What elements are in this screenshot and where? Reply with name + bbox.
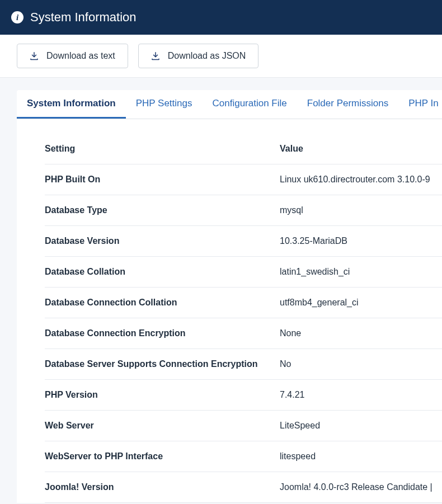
col-header-setting: Setting bbox=[45, 136, 280, 164]
setting-name: Database Server Supports Connection Encr… bbox=[45, 349, 280, 380]
setting-name: Database Connection Encryption bbox=[45, 318, 280, 349]
setting-value: mysql bbox=[280, 195, 442, 226]
setting-name: Joomla! Version bbox=[45, 472, 280, 503]
setting-name: PHP Built On bbox=[45, 164, 280, 195]
table-row: Database Server Supports Connection Encr… bbox=[45, 349, 442, 380]
tabs: System InformationPHP SettingsConfigurat… bbox=[17, 90, 442, 119]
page-title: System Information bbox=[30, 10, 137, 25]
download-icon bbox=[151, 51, 160, 60]
download-icon bbox=[30, 51, 39, 60]
table-row: WebServer to PHP Interfacelitespeed bbox=[45, 441, 442, 472]
table-row: Web ServerLiteSpeed bbox=[45, 411, 442, 441]
sysinfo-tbody: PHP Built OnLinux uk610.directrouter.com… bbox=[45, 164, 442, 503]
table-row: Database Connection EncryptionNone bbox=[45, 318, 442, 349]
setting-name: Web Server bbox=[45, 411, 280, 441]
toolbar: Download as text Download as JSON bbox=[0, 35, 442, 78]
download-text-button[interactable]: Download as text bbox=[17, 44, 128, 68]
sysinfo-table: Setting Value PHP Built OnLinux uk610.di… bbox=[45, 136, 442, 503]
page-header: i System Information bbox=[0, 0, 442, 35]
tab-php-in[interactable]: PHP In bbox=[398, 90, 442, 119]
setting-value: litespeed bbox=[280, 441, 442, 472]
content-area: System InformationPHP SettingsConfigurat… bbox=[0, 78, 442, 503]
setting-name: Database Type bbox=[45, 195, 280, 226]
setting-value: None bbox=[280, 318, 442, 349]
download-json-label: Download as JSON bbox=[168, 51, 246, 61]
tab-folder-permissions[interactable]: Folder Permissions bbox=[297, 90, 399, 119]
setting-value: latin1_swedish_ci bbox=[280, 257, 442, 288]
download-json-button[interactable]: Download as JSON bbox=[138, 44, 259, 68]
table-row: PHP Version7.4.21 bbox=[45, 380, 442, 411]
table-row: Database Version10.3.25-MariaDB bbox=[45, 226, 442, 257]
setting-value: 7.4.21 bbox=[280, 380, 442, 411]
setting-value: Linux uk610.directrouter.com 3.10.0-9 bbox=[280, 164, 442, 195]
tab-php-settings[interactable]: PHP Settings bbox=[126, 90, 203, 119]
download-text-label: Download as text bbox=[46, 51, 115, 61]
tab-system-information[interactable]: System Information bbox=[17, 90, 126, 119]
tab-panel-system-information: Setting Value PHP Built OnLinux uk610.di… bbox=[17, 119, 442, 503]
setting-name: WebServer to PHP Interface bbox=[45, 441, 280, 472]
table-row: Database Connection Collationutf8mb4_gen… bbox=[45, 288, 442, 318]
setting-name: Database Version bbox=[45, 226, 280, 257]
setting-name: Database Connection Collation bbox=[45, 288, 280, 318]
setting-name: PHP Version bbox=[45, 380, 280, 411]
setting-name: Database Collation bbox=[45, 257, 280, 288]
setting-value: utf8mb4_general_ci bbox=[280, 288, 442, 318]
tab-configuration-file[interactable]: Configuration File bbox=[203, 90, 297, 119]
table-row: PHP Built OnLinux uk610.directrouter.com… bbox=[45, 164, 442, 195]
table-row: Joomla! VersionJoomla! 4.0.0-rc3 Release… bbox=[45, 472, 442, 503]
setting-value: 10.3.25-MariaDB bbox=[280, 226, 442, 257]
setting-value: No bbox=[280, 349, 442, 380]
col-header-value: Value bbox=[280, 136, 442, 164]
setting-value: LiteSpeed bbox=[280, 411, 442, 441]
info-icon: i bbox=[11, 11, 23, 23]
table-row: Database Collationlatin1_swedish_ci bbox=[45, 257, 442, 288]
table-row: Database Typemysql bbox=[45, 195, 442, 226]
setting-value: Joomla! 4.0.0-rc3 Release Candidate | bbox=[280, 472, 442, 503]
